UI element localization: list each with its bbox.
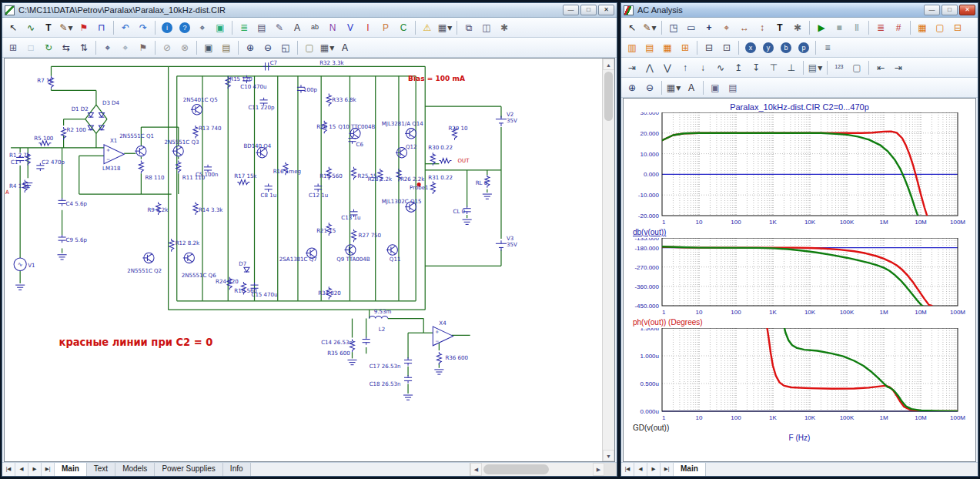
schematic-horizontal-scrollbar[interactable]: ◀ ▶ — [470, 463, 604, 476]
vertical-scrollbar-thumb[interactable] — [604, 72, 613, 121]
calculator-button[interactable]: ≡ — [819, 39, 836, 55]
wire-mode[interactable]: ∿ — [22, 19, 39, 35]
global-low-button[interactable]: ↧ — [748, 59, 764, 75]
low-button[interactable]: ↓ — [694, 59, 711, 75]
find-icon[interactable]: ⌖ — [99, 39, 116, 55]
maximize-button[interactable]: □ — [580, 5, 597, 15]
normalize-button[interactable]: ⇤ — [872, 59, 889, 75]
top-button[interactable]: ⊤ — [765, 59, 782, 75]
tab-scroll-first[interactable]: |◀ — [2, 463, 15, 476]
copy-select-button[interactable]: ▣ — [707, 79, 724, 95]
phase-waveform-label[interactable]: ph(v(out)) (Degrees) — [633, 318, 972, 327]
copy-icon[interactable]: ▣ — [200, 39, 217, 55]
undo-icon[interactable]: ↶ — [117, 19, 134, 35]
rotate-icon[interactable]: ↻ — [40, 39, 57, 55]
graphics-mode[interactable]: ✎▾ — [58, 19, 75, 35]
run-button[interactable]: ▶ — [813, 19, 830, 35]
tab-scroll-next[interactable]: ▶ — [647, 463, 661, 476]
scale-mode-icon[interactable]: ▭ — [683, 19, 700, 35]
region-enable-mode[interactable]: ▣ — [212, 19, 229, 35]
horizontal-scrollbar-track[interactable] — [550, 463, 593, 476]
data-points-toggle[interactable]: ▥ — [624, 39, 641, 55]
maximize-button[interactable]: □ — [942, 5, 958, 15]
grid-toggle[interactable]: ▦▾ — [436, 19, 453, 35]
font-button[interactable]: A — [683, 79, 700, 95]
node-voltages-toggle[interactable]: V — [342, 19, 359, 35]
settings-icon[interactable]: ✱ — [496, 19, 513, 35]
go-to-x-button[interactable]: x — [742, 39, 759, 55]
tab-scroll-last[interactable]: ▶| — [661, 463, 674, 476]
horizontal-scrollbar-thumb[interactable] — [483, 464, 549, 474]
info-mode[interactable]: i — [159, 19, 176, 35]
point-to-point-mode[interactable]: ⌖ — [194, 19, 211, 35]
find-repeat-icon[interactable]: ⌖ — [117, 39, 134, 55]
help-mode[interactable]: ? — [176, 19, 193, 35]
vertical-tag-icon[interactable]: ↕ — [754, 19, 771, 35]
minimize-button[interactable]: — — [924, 5, 940, 15]
close-button[interactable]: ✕ — [598, 5, 614, 15]
tab-scroll-last[interactable]: ▶| — [42, 463, 55, 476]
point-tag-icon[interactable]: ⌖ — [718, 19, 735, 35]
close-button[interactable]: ✕ — [959, 5, 975, 15]
document-text-icon[interactable]: ▤ — [253, 19, 270, 35]
next-point-button[interactable]: ⇥ — [624, 59, 641, 75]
stop-icon[interactable]: ⊘ — [159, 39, 176, 55]
ruler-toggle[interactable]: ▦ — [659, 39, 676, 55]
flip-x-icon[interactable]: ⇆ — [58, 39, 75, 55]
slider-button[interactable]: ⊟ — [949, 19, 966, 35]
stop-button[interactable]: ■ — [831, 19, 848, 35]
tab-models[interactable]: Models — [115, 463, 155, 476]
tab-power-supplies[interactable]: Power Supplies — [155, 463, 222, 476]
peak-button[interactable]: ⋀ — [641, 59, 658, 75]
scroll-down-button[interactable]: ▼ — [603, 450, 614, 461]
component-mode[interactable]: ⊓ — [93, 19, 110, 35]
cursor-mode-icon[interactable]: + — [701, 19, 717, 35]
high-button[interactable]: ↑ — [677, 59, 694, 75]
go-to-dropdown[interactable]: ▤▾ — [807, 59, 824, 75]
baseline-toggle[interactable]: ⊞ — [677, 39, 694, 55]
properties-icon[interactable]: ✱ — [789, 19, 806, 35]
flip-y-icon[interactable]: ⇅ — [75, 39, 92, 55]
select-tool[interactable]: ↖ — [5, 19, 22, 35]
3d-windows-button[interactable]: ▦ — [914, 19, 931, 35]
grid-pattern-dropdown[interactable]: ▦▾ — [665, 79, 682, 95]
component-database-icon[interactable]: ≣ — [236, 19, 253, 35]
tab-scroll-next[interactable]: ▶ — [28, 463, 42, 476]
go-to-branch-button[interactable]: b — [778, 39, 794, 55]
power-toggle[interactable]: P — [377, 19, 394, 35]
bottom-button[interactable]: ⊥ — [783, 59, 800, 75]
bode-plot-phase[interactable]: -135.000-180.000-270.000-360.000-450.000… — [627, 238, 968, 318]
split-window-icon[interactable]: ◫ — [478, 19, 495, 35]
tab-main[interactable]: Main — [55, 463, 87, 476]
vertical-scrollbar-track[interactable] — [603, 122, 614, 450]
vertical-axis-log-toggle[interactable]: ⊡ — [718, 39, 735, 55]
valley-button[interactable]: ⋁ — [659, 59, 676, 75]
go-to-performance-button[interactable]: p — [795, 39, 812, 55]
bode-plot-gain[interactable]: 30.00020.00010.0000.000-10.000-20.000110… — [627, 112, 968, 228]
text-mode[interactable]: T — [40, 19, 57, 35]
zoom-mode-icon[interactable]: ◳ — [665, 19, 682, 35]
tab-main[interactable]: Main — [674, 463, 706, 476]
schematic-window-titlebar[interactable]: C:\MC11\DATA\Petrov\Paralax\Paralax_10kH… — [2, 3, 617, 18]
stepping-button[interactable]: # — [890, 19, 907, 35]
font-icon[interactable]: A — [336, 39, 353, 55]
zoom-out-icon[interactable]: ⊖ — [641, 79, 658, 95]
zoom-area-icon[interactable]: ◱ — [277, 39, 294, 55]
zoom-out-icon[interactable]: ⊖ — [259, 39, 276, 55]
new-window-icon[interactable]: ⧉ — [460, 19, 477, 35]
schematic-vertical-scrollbar[interactable]: ▲ ▼ — [602, 59, 614, 461]
go-to-y-button[interactable]: y — [760, 39, 777, 55]
paste-icon[interactable]: ▤ — [218, 39, 235, 55]
redo-icon[interactable]: ↷ — [135, 19, 152, 35]
minimize-button[interactable]: — — [563, 5, 579, 15]
attribute-text-toggle[interactable]: A — [289, 19, 306, 35]
graphics-dropdown[interactable]: ✎▾ — [641, 19, 658, 35]
grid-text-toggle[interactable]: ab — [306, 19, 323, 35]
tab-info[interactable]: Info — [223, 463, 251, 476]
edit-document-icon[interactable]: ✎ — [271, 19, 288, 35]
gain-waveform-label[interactable]: db(v(out)) — [633, 228, 972, 236]
group-delay-waveform-label[interactable]: GD(v(out)) — [633, 424, 972, 432]
denormalize-button[interactable]: ⇥ — [890, 59, 907, 75]
grid-pattern-icon[interactable]: ▦▾ — [319, 39, 336, 55]
clipboard-mode-icon[interactable]: ⊞ — [5, 39, 22, 55]
